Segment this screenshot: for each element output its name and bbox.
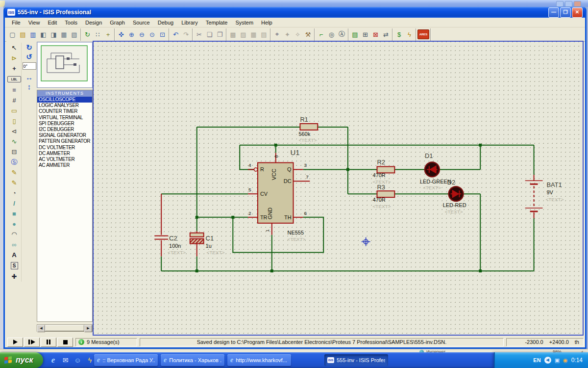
instrument-dc-ammeter[interactable]: DC AMMETER bbox=[37, 151, 92, 157]
task-button-rada[interactable]: e :: Верховная Рада У... bbox=[94, 354, 158, 366]
graph-mode-icon[interactable]: ∿ bbox=[8, 136, 20, 147]
goto-sheet-icon[interactable]: ⇄ bbox=[381, 29, 391, 40]
rotate-clockwise-icon[interactable]: ↻ bbox=[24, 43, 34, 52]
subcircuit-mode-icon[interactable]: ▭ bbox=[8, 105, 20, 116]
virtual-instrument-mode-icon[interactable]: ◔ bbox=[8, 188, 20, 198]
instrument-virtual-terminal[interactable]: VIRTUAL TERMINAL bbox=[37, 115, 92, 121]
mirror-horizontal-icon[interactable]: ↔ bbox=[24, 73, 34, 82]
wire-label-mode-icon[interactable]: LBL bbox=[7, 76, 21, 82]
schematic[interactable]: R CV TR Q DC TH VCC GND 4 5 2 3 7 bbox=[94, 42, 583, 334]
block-delete-icon[interactable]: ▤ bbox=[259, 29, 269, 40]
scroll-right-icon[interactable]: ▶ bbox=[84, 325, 92, 332]
search-tags-icon[interactable]: ◎ bbox=[326, 29, 337, 40]
new-file-icon[interactable]: ▢ bbox=[7, 29, 18, 40]
menu-debug[interactable]: Debug bbox=[154, 19, 177, 26]
background-minimize-button[interactable] bbox=[556, 1, 564, 7]
component-bat1[interactable]: BAT1 9V <TEXT> bbox=[525, 175, 564, 218]
zoom-all-icon[interactable]: ⊙ bbox=[147, 29, 157, 40]
menu-source[interactable]: Source bbox=[129, 19, 154, 26]
packaging-tool-icon[interactable]: ⚒ bbox=[303, 29, 313, 40]
close-button[interactable]: ✕ bbox=[572, 7, 583, 18]
selector-scrollbar[interactable]: ◀ ▶ bbox=[37, 324, 93, 332]
instrument-pattern-generator[interactable]: PATTERN GENERATOR bbox=[37, 138, 92, 144]
message-indicator[interactable]: i 9 Message(s) bbox=[75, 338, 137, 346]
menu-help[interactable]: Help bbox=[257, 19, 276, 26]
toggle-grid-icon[interactable]: ∷ bbox=[93, 29, 103, 40]
component-c1[interactable]: C1 1u <TEXT> bbox=[190, 231, 225, 257]
scroll-left-icon[interactable]: ◀ bbox=[37, 325, 45, 332]
component-c2[interactable]: C2 100n <TEXT> bbox=[154, 194, 186, 256]
menu-file[interactable]: File bbox=[8, 19, 24, 26]
stop-button[interactable] bbox=[57, 338, 73, 347]
terminals-mode-icon[interactable]: ▯ bbox=[8, 116, 20, 126]
symbol-2d-icon[interactable]: S bbox=[11, 262, 18, 269]
menu-graph[interactable]: Graph bbox=[106, 19, 129, 26]
menu-template[interactable]: Template bbox=[202, 19, 232, 26]
instrument-ac-voltmeter[interactable]: AC VOLTMETER bbox=[37, 157, 92, 162]
path-2d-icon[interactable]: ∞ bbox=[8, 239, 20, 250]
instrument-i2c-debugger[interactable]: I2C DEBUGGER bbox=[37, 127, 92, 132]
open-file-icon[interactable]: ▤ bbox=[18, 29, 28, 40]
instrument-counter-timer[interactable]: COUNTER TIMER bbox=[37, 108, 92, 114]
menu-design[interactable]: Design bbox=[81, 19, 106, 26]
rotation-angle-field[interactable] bbox=[23, 62, 36, 70]
component-r1[interactable]: R1 560k <TEXT> bbox=[298, 116, 318, 143]
electrical-check-icon[interactable]: ϟ bbox=[404, 29, 415, 40]
schematic-overview[interactable] bbox=[37, 42, 93, 88]
bill-of-materials-icon[interactable]: $ bbox=[394, 29, 404, 40]
make-device-icon[interactable]: ✧ bbox=[293, 29, 303, 40]
export-section-icon[interactable]: ◨ bbox=[49, 29, 59, 40]
menu-edit[interactable]: Edit bbox=[44, 19, 61, 26]
quicklaunch-lightning-icon[interactable]: ϟ bbox=[86, 356, 94, 365]
pan-icon[interactable]: ✜ bbox=[116, 29, 126, 40]
design-explorer-icon[interactable]: ▤ bbox=[350, 29, 360, 40]
instrument-ac-ammeter[interactable]: AC AMMETER bbox=[37, 162, 92, 168]
text-2d-icon[interactable]: A bbox=[8, 250, 20, 260]
mark-output-area-icon[interactable]: ▧ bbox=[69, 29, 79, 40]
redraw-icon[interactable]: ↻ bbox=[82, 29, 93, 40]
background-maximize-button[interactable] bbox=[565, 1, 572, 7]
generator-mode-icon[interactable]: Ⓢ bbox=[8, 157, 20, 167]
print-icon[interactable]: ▦ bbox=[59, 29, 69, 40]
quicklaunch-mail-icon[interactable]: ✉ bbox=[61, 356, 70, 365]
undo-icon[interactable]: ↶ bbox=[171, 29, 181, 40]
hide-icons-chevron-icon[interactable]: ◀ bbox=[544, 357, 551, 364]
circle-2d-icon[interactable]: ● bbox=[8, 219, 20, 229]
menu-system[interactable]: System bbox=[231, 19, 257, 26]
minimize-button[interactable]: — bbox=[548, 7, 559, 18]
component-d1-led-green[interactable]: D1 LED-GREEN <TEXT> bbox=[420, 152, 451, 191]
component-r3[interactable]: R3 470R <TEXT> bbox=[373, 184, 395, 209]
pick-parts-icon[interactable]: ✦ bbox=[282, 29, 293, 40]
redo-icon[interactable]: ↷ bbox=[181, 29, 191, 40]
selection-tool-icon[interactable]: ↖ bbox=[8, 43, 20, 53]
rotate-anticlockwise-icon[interactable]: ↺ bbox=[24, 52, 34, 61]
task-button-isis[interactable]: ISIS 555-inv - ISIS Profes... bbox=[324, 354, 388, 366]
background-close-button[interactable] bbox=[574, 1, 581, 7]
quicklaunch-ie-icon[interactable]: e bbox=[49, 356, 57, 365]
instrument-dc-voltmeter[interactable]: DC VOLTMETER bbox=[37, 145, 92, 151]
component-r2[interactable]: R2 470R <TEXT> bbox=[373, 158, 395, 184]
quicklaunch-messenger-icon[interactable]: ☺ bbox=[74, 356, 82, 365]
scrollbar-thumb[interactable] bbox=[45, 325, 84, 331]
marker-2d-icon[interactable]: ✚ bbox=[8, 271, 20, 282]
voltage-probe-mode-icon[interactable]: ✎ bbox=[8, 167, 20, 178]
line-2d-icon[interactable]: / bbox=[8, 198, 20, 209]
junction-dot-mode-icon[interactable]: + bbox=[8, 63, 20, 74]
instrument-oscilloscope[interactable]: OSCILLOSCOPE bbox=[37, 97, 92, 103]
menu-view[interactable]: View bbox=[24, 19, 44, 26]
language-indicator[interactable]: EN bbox=[533, 357, 540, 363]
remove-sheet-icon[interactable]: ⊠ bbox=[370, 29, 381, 40]
start-button[interactable]: пуск bbox=[0, 352, 43, 368]
instrument-logic-analyser[interactable]: LOGIC ANALYSER bbox=[37, 103, 92, 108]
import-section-icon[interactable]: ◧ bbox=[38, 29, 49, 40]
current-probe-mode-icon[interactable]: ✎ bbox=[8, 178, 20, 188]
titlebar[interactable]: ISIS 555-inv - ISIS Professional — ❐ ✕ bbox=[5, 7, 585, 18]
save-file-icon[interactable]: ▥ bbox=[28, 29, 38, 40]
component-u1-ne555[interactable]: R CV TR Q DC TH VCC GND 4 5 2 3 7 bbox=[248, 149, 310, 242]
instrument-signal-generator[interactable]: SIGNAL GENERATOR bbox=[37, 132, 92, 138]
paste-icon[interactable]: ❐ bbox=[215, 29, 225, 40]
buses-mode-icon[interactable]: # bbox=[8, 95, 20, 105]
property-assignment-icon[interactable]: Ⓐ bbox=[337, 29, 347, 40]
zoom-area-icon[interactable]: ⊡ bbox=[157, 29, 168, 40]
update-tray-icon[interactable]: ◉ bbox=[563, 357, 568, 364]
